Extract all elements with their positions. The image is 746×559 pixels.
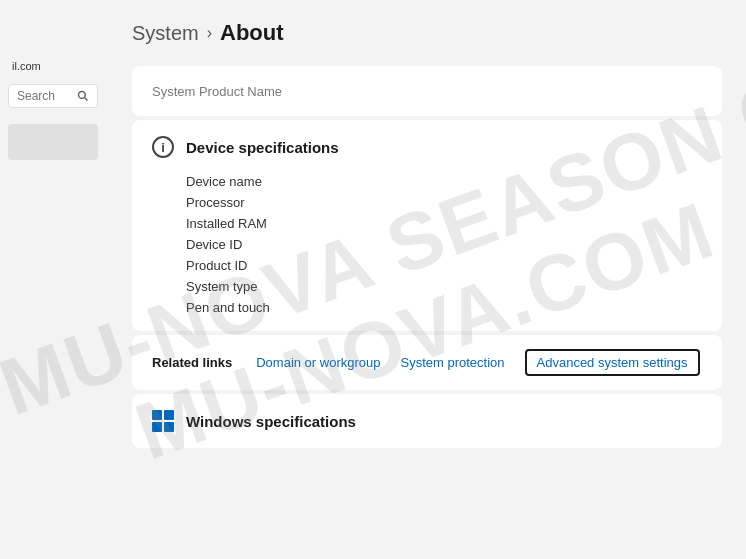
svg-point-0 — [79, 92, 86, 99]
svg-line-1 — [85, 98, 88, 101]
device-specs-header: i Device specifications — [132, 120, 722, 170]
spec-device-id: Device ID — [186, 237, 702, 252]
info-icon: i — [152, 136, 174, 158]
sidebar: il.com — [0, 0, 108, 559]
windows-specs-title: Windows specifications — [186, 413, 356, 430]
sidebar-email: il.com — [8, 60, 108, 72]
system-product-card: System Product Name — [132, 66, 722, 116]
main-content: System › About System Product Name i Dev… — [108, 0, 746, 559]
windows-specs-card: Windows specifications — [132, 394, 722, 448]
spec-product-id: Product ID — [186, 258, 702, 273]
spec-device-name: Device name — [186, 174, 702, 189]
advanced-system-settings-link[interactable]: Advanced system settings — [525, 349, 700, 376]
spec-installed-ram: Installed RAM — [186, 216, 702, 231]
spec-pen-and-touch: Pen and touch — [186, 300, 702, 315]
system-product-label: System Product Name — [152, 84, 282, 99]
breadcrumb-system[interactable]: System — [132, 22, 199, 45]
related-links-row: Related links Domain or workgroup System… — [132, 335, 722, 390]
related-links-label: Related links — [152, 355, 232, 370]
breadcrumb: System › About — [132, 20, 722, 46]
device-specs-list: Device name Processor Installed RAM Devi… — [132, 170, 722, 331]
search-box[interactable] — [8, 84, 98, 108]
system-protection-link[interactable]: System protection — [400, 355, 504, 370]
breadcrumb-about: About — [220, 20, 284, 46]
spec-system-type: System type — [186, 279, 702, 294]
domain-or-workgroup-link[interactable]: Domain or workgroup — [256, 355, 380, 370]
sidebar-nav-item — [8, 124, 98, 160]
windows-logo-icon — [152, 410, 174, 432]
search-icon — [77, 90, 89, 102]
breadcrumb-arrow: › — [207, 24, 212, 42]
device-specs-card: i Device specifications Device name Proc… — [132, 120, 722, 331]
search-input[interactable] — [17, 89, 77, 103]
device-specs-title: Device specifications — [186, 139, 339, 156]
spec-processor: Processor — [186, 195, 702, 210]
